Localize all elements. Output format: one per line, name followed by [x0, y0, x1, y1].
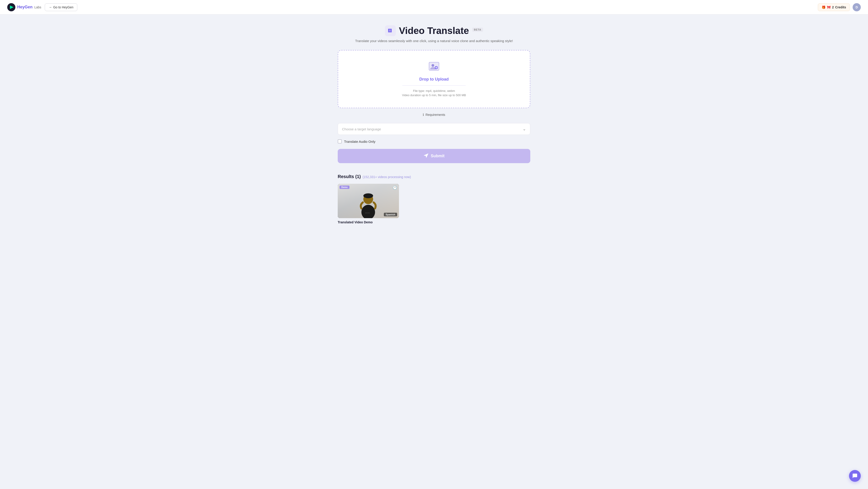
info-icon: ℹ [423, 113, 424, 117]
language-dropdown[interactable]: Choose a target language ⌄ [338, 123, 530, 135]
translate-icon-badge: 🅰 [385, 25, 396, 36]
upload-file-types: File type: mp4, quicktime, webm [345, 89, 523, 92]
send-icon [424, 153, 429, 159]
arrow-right-icon: → [49, 5, 52, 9]
page-title-row: 🅰 Video Translate BETA [338, 25, 530, 36]
svg-point-9 [362, 205, 375, 218]
language-badge: Spanish [384, 213, 397, 216]
fire-icon: 🎁 [822, 5, 826, 9]
results-processing-text: (152,331+ videos processing now) [363, 175, 411, 179]
svg-text:MOONC: MOONC [365, 212, 370, 213]
upload-duration: Video duration up to 5 min, file size up… [345, 93, 523, 97]
upload-icon [345, 61, 523, 74]
chevron-down-icon: ⌄ [523, 126, 526, 132]
submit-label: Submit [431, 154, 445, 159]
person-upload-icon [429, 61, 439, 72]
main-content: 🅰 Video Translate BETA Translate your vi… [332, 15, 536, 242]
requirements-label: Requirements [426, 113, 445, 117]
person-in-video: MOONC [351, 189, 385, 218]
video-thumbnail: MOONC 🕐 Demo Spanish [338, 184, 399, 218]
translate-audio-only-label: Translate Audio Only [344, 140, 375, 143]
requirements-link[interactable]: ℹ Requirements [338, 113, 530, 117]
upload-area[interactable]: Drop to Upload File type: mp4, quicktime… [338, 50, 530, 108]
heygen-logo-icon [7, 3, 16, 11]
credits-button[interactable]: 🎁 🎀 2 Credits [818, 3, 850, 11]
video-card[interactable]: MOONC 🕐 Demo Spanish Translated Video De… [338, 184, 399, 224]
credits-label: Credits [835, 5, 846, 9]
page-subtitle: Translate your videos seamlessly with on… [338, 39, 530, 43]
logo-labs: Labs [34, 5, 41, 9]
translate-icon: 🅰 [387, 28, 394, 34]
svg-point-11 [364, 193, 373, 198]
translate-audio-only-row: Translate Audio Only [338, 139, 530, 143]
svg-text:🅰: 🅰 [388, 29, 392, 33]
clock-icon: 🕐 [393, 185, 397, 190]
translate-audio-only-checkbox[interactable] [338, 139, 342, 143]
video-title: Translated Video Demo [338, 221, 399, 224]
header-left: HeyGen Labs → Go to HeyGen [7, 3, 77, 11]
go-to-heygen-label: Go to HeyGen [53, 5, 73, 9]
gift-icon: 🎀 [827, 5, 831, 9]
go-to-heygen-button[interactable]: → Go to HeyGen [45, 3, 77, 11]
header: HeyGen Labs → Go to HeyGen 🎁 🎀 2 Credits… [0, 0, 868, 15]
page-title: Video Translate [399, 25, 469, 36]
logo-text: HeyGen [17, 5, 33, 9]
svg-point-5 [432, 64, 434, 67]
chat-icon [852, 473, 858, 479]
header-right: 🎁 🎀 2 Credits D [818, 3, 861, 11]
results-header: Results (1) (152,331+ videos processing … [338, 174, 530, 179]
submit-button[interactable]: Submit [338, 149, 530, 163]
language-placeholder: Choose a target language [342, 127, 381, 131]
chat-fab-button[interactable] [849, 470, 861, 482]
beta-badge: BETA [472, 28, 483, 32]
upload-divider [402, 85, 466, 86]
credits-count: 2 [832, 5, 834, 9]
video-grid: MOONC 🕐 Demo Spanish Translated Video De… [338, 184, 530, 224]
results-title: Results (1) [338, 174, 361, 179]
demo-badge: Demo [340, 185, 349, 189]
upload-label: Drop to Upload [345, 77, 523, 82]
submit-send-icon [424, 153, 429, 158]
page-header: 🅰 Video Translate BETA Translate your vi… [338, 25, 530, 43]
logo[interactable]: HeyGen Labs [7, 3, 41, 11]
user-avatar[interactable]: D [852, 3, 861, 11]
